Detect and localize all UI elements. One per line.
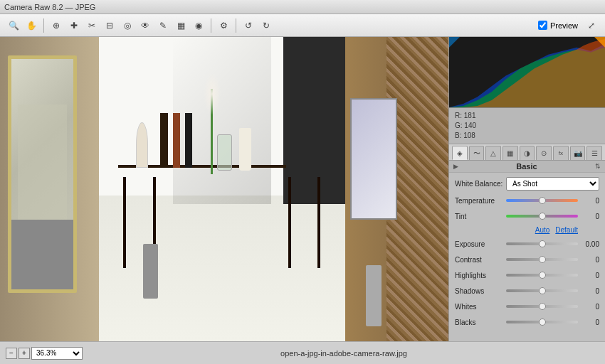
- tint-slider[interactable]: [506, 215, 578, 218]
- highlights-slider-container: [506, 269, 578, 281]
- tab-camera-cal[interactable]: 📷: [570, 146, 586, 160]
- exposure-value: 0.00: [578, 240, 599, 248]
- mirror-interior: [11, 59, 73, 289]
- highlights-label: Highlights: [455, 272, 506, 279]
- histogram: [449, 37, 605, 108]
- blacks-value: 0: [578, 318, 599, 326]
- straighten-tool[interactable]: ⊟: [102, 18, 117, 33]
- tab-basic[interactable]: ◈: [452, 146, 468, 160]
- tint-label: Tint: [455, 213, 506, 220]
- color-sampler-tool[interactable]: ✚: [66, 18, 82, 33]
- whites-slider[interactable]: [506, 305, 578, 308]
- right-panel: R: 181 G: 140 B: 108 ◈ 〜 △ ▦ ◑ ⊙ fx 📷 ☰: [448, 37, 605, 341]
- exposure-slider[interactable]: [506, 242, 578, 245]
- zoom-controls: − + 36.3% 25% 50% 100% Fit in View: [6, 347, 83, 360]
- shadows-slider[interactable]: [506, 289, 578, 292]
- zoom-select[interactable]: 36.3% 25% 50% 100% Fit in View: [31, 347, 83, 360]
- blacks-slider[interactable]: [506, 321, 578, 323]
- highlights-slider[interactable]: [506, 274, 578, 277]
- fullscreen-btn[interactable]: ⤢: [584, 18, 599, 33]
- zoom-in-btn[interactable]: +: [19, 348, 30, 359]
- tab-tone-curve[interactable]: 〜: [469, 146, 485, 160]
- exposure-label: Exposure: [455, 240, 506, 248]
- g-value: 140: [464, 122, 476, 129]
- tab-hsl[interactable]: ▦: [503, 146, 518, 160]
- contrast-label: Contrast: [455, 256, 506, 264]
- tab-detail[interactable]: △: [485, 146, 501, 160]
- hand-tool[interactable]: ✋: [23, 18, 39, 33]
- whites-slider-container: [506, 301, 578, 312]
- white-balance-row: White Balance: As Shot Auto Daylight Clo…: [455, 177, 599, 191]
- contrast-row: Contrast 0: [455, 254, 599, 265]
- shadows-row: Shadows 0: [455, 285, 599, 296]
- b-value-row: B: 108: [455, 131, 599, 141]
- room-right: [345, 37, 448, 341]
- preview-label: Preview: [550, 21, 578, 30]
- shadows-slider-container: [506, 285, 578, 296]
- main-area: R: 181 G: 140 B: 108 ◈ 〜 △ ▦ ◑ ⊙ fx 📷 ☰: [0, 37, 605, 341]
- highlights-value: 0: [578, 272, 599, 279]
- bottom-bar: − + 36.3% 25% 50% 100% Fit in View open-…: [0, 341, 605, 364]
- zoom-out-btn[interactable]: −: [6, 348, 17, 359]
- auto-default-row: Auto Default: [455, 226, 578, 234]
- highlights-row: Highlights 0: [455, 269, 599, 281]
- preview-section: Preview ⤢: [538, 18, 599, 33]
- wb-label: White Balance:: [455, 180, 506, 188]
- temperature-row: Temperature 0: [455, 195, 599, 206]
- b-label: B:: [455, 132, 461, 139]
- spot-removal-tool[interactable]: ◎: [120, 18, 135, 33]
- room-center: [99, 37, 346, 341]
- section-title: Basic: [516, 162, 537, 171]
- g-label: G:: [455, 122, 463, 129]
- whites-value: 0: [578, 303, 599, 311]
- temperature-slider[interactable]: [506, 199, 578, 202]
- image-canvas: [0, 37, 448, 341]
- tint-row: Tint 0: [455, 210, 599, 222]
- default-button[interactable]: Default: [555, 226, 578, 234]
- preferences-tool[interactable]: ⚙: [216, 18, 231, 33]
- r-value-row: R: 181: [455, 111, 599, 121]
- contrast-value: 0: [578, 256, 599, 264]
- separator: [43, 18, 44, 33]
- rotate-cw-tool[interactable]: ↻: [258, 18, 274, 33]
- auto-button[interactable]: Auto: [535, 226, 550, 234]
- rgb-values: R: 181 G: 140 B: 108: [449, 108, 605, 144]
- mirror-frame: [8, 55, 77, 293]
- image-filename: open-a-jpg-in-adobe-camera-raw.jpg: [88, 349, 599, 358]
- rotate-ccw-tool[interactable]: ↺: [241, 18, 256, 33]
- r-label: R:: [455, 112, 462, 119]
- tab-presets[interactable]: ☰: [586, 146, 602, 160]
- image-panel[interactable]: [0, 37, 448, 341]
- app-title: Camera Raw 8.2 — JPEG: [4, 3, 95, 11]
- temperature-label: Temperature: [455, 197, 506, 205]
- temperature-slider-container: [506, 195, 578, 206]
- adjustment-brush-tool[interactable]: ✎: [155, 18, 171, 33]
- tint-slider-container: [506, 210, 578, 222]
- contrast-slider[interactable]: [506, 258, 578, 261]
- room-left: [0, 37, 99, 341]
- temperature-value: 0: [578, 197, 599, 205]
- red-eye-tool[interactable]: 👁: [137, 18, 153, 33]
- shadows-label: Shadows: [455, 287, 506, 295]
- blacks-slider-container: [506, 316, 578, 328]
- separator3: [236, 18, 236, 33]
- white-balance-tool[interactable]: ⊕: [48, 18, 64, 33]
- tab-effects[interactable]: fx: [553, 146, 569, 160]
- white-balance-select[interactable]: As Shot Auto Daylight Cloudy Shade Tungs…: [506, 177, 599, 191]
- blacks-label: Blacks: [455, 318, 506, 326]
- preview-checkbox[interactable]: [538, 21, 547, 30]
- separator2: [211, 18, 211, 33]
- crop-tool[interactable]: ✂: [84, 18, 100, 33]
- adjustments-panel: White Balance: As Shot Auto Daylight Clo…: [449, 173, 605, 341]
- zoom-tool[interactable]: 🔍: [6, 18, 21, 33]
- histogram-svg: [449, 37, 605, 107]
- section-header: ▶ Basic ⇅: [449, 161, 605, 173]
- tab-lens[interactable]: ⊙: [536, 146, 552, 160]
- blacks-row: Blacks 0: [455, 316, 599, 328]
- toolbar: 🔍 ✋ ⊕ ✚ ✂ ⊟ ◎ 👁 ✎ ▦ ◉ ⚙ ↺ ↻ Preview ⤢: [0, 14, 605, 37]
- radial-filter-tool[interactable]: ◉: [191, 18, 206, 33]
- tab-split-toning[interactable]: ◑: [520, 146, 535, 160]
- tint-value: 0: [578, 213, 599, 220]
- graduated-filter-tool[interactable]: ▦: [173, 18, 189, 33]
- whites-row: Whites 0: [455, 301, 599, 312]
